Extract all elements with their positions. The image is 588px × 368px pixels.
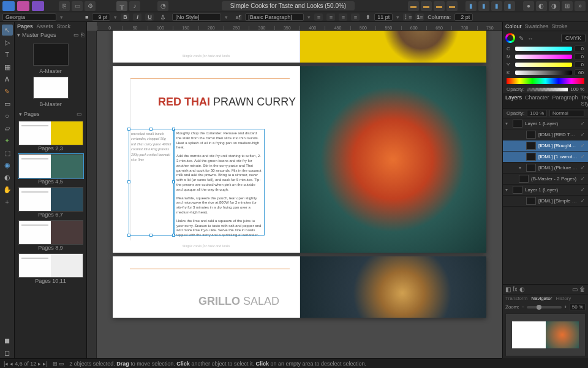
- layer-delete-button[interactable]: 🗑: [579, 286, 586, 293]
- first-page-button[interactable]: |◂: [4, 361, 8, 367]
- spread-2-3-thumb[interactable]: [18, 121, 83, 145]
- tab-swatches[interactable]: Swatches: [525, 23, 549, 29]
- view-mode-button[interactable]: ⊞ ▭: [53, 361, 65, 367]
- tab-colour[interactable]: Colour: [505, 23, 522, 29]
- snapping-button[interactable]: ⊞: [562, 1, 573, 11]
- layer-item[interactable]: [IDML] [Simple cooks for …✓: [503, 196, 588, 207]
- add-page-button[interactable]: ▭: [77, 111, 82, 117]
- tab-assets[interactable]: Assets: [37, 23, 53, 29]
- tab-history[interactable]: History: [556, 296, 571, 301]
- justify-button[interactable]: ≡: [351, 13, 360, 21]
- spread-6-7-thumb[interactable]: [18, 187, 83, 212]
- align-center-text-button[interactable]: ≡: [326, 13, 335, 21]
- layer-fx-button[interactable]: fx: [513, 286, 518, 293]
- node-tool[interactable]: ▷: [2, 37, 13, 48]
- spectrum-picker[interactable]: [507, 78, 584, 84]
- master-b-thumb[interactable]: [33, 77, 69, 99]
- tab-stroke[interactable]: Stroke: [552, 23, 568, 29]
- tab-transform[interactable]: Transform: [505, 296, 527, 301]
- layer-item[interactable]: [IDML] [1 carrot, sliced 1…✓: [503, 151, 588, 163]
- baseline-grid-button[interactable]: ┬: [116, 1, 127, 11]
- stroke-swatch[interactable]: ◻: [2, 347, 13, 358]
- spread-8-9-thumb[interactable]: [18, 220, 83, 245]
- rectangle-tool[interactable]: ▭: [2, 98, 13, 109]
- font-family-select[interactable]: [2, 13, 56, 21]
- align-center-button[interactable]: ▮: [478, 1, 489, 11]
- transparency-tool[interactable]: ◐: [2, 172, 13, 183]
- ellipse-tool[interactable]: ○: [2, 110, 13, 121]
- table-tool[interactable]: ▦: [2, 61, 13, 72]
- zoom-tool[interactable]: +: [2, 196, 13, 207]
- selection-frame-2[interactable]: [174, 129, 265, 236]
- insert-symbol-button[interactable]: ◑: [549, 1, 560, 11]
- align-right-button[interactable]: ▮: [491, 1, 502, 11]
- tab-pages[interactable]: Pages: [17, 23, 33, 29]
- opacity-slider[interactable]: [527, 88, 568, 91]
- master-a-thumb[interactable]: [33, 44, 69, 66]
- prev-page-button[interactable]: ◂: [10, 361, 13, 367]
- last-page-button[interactable]: ▸|: [43, 361, 47, 367]
- italic-button[interactable]: I: [133, 13, 141, 21]
- para-style-select[interactable]: [245, 13, 304, 21]
- place-image-tool[interactable]: ✦: [2, 135, 13, 146]
- frame-text-tool[interactable]: T: [2, 49, 13, 60]
- arrange-forward-button[interactable]: ▬: [434, 1, 445, 11]
- align-right-text-button[interactable]: ≡: [339, 13, 347, 21]
- insert-table-button[interactable]: ◐: [536, 1, 547, 11]
- picture-frame-tool[interactable]: ▱: [2, 123, 13, 134]
- zoom-in-button[interactable]: +: [564, 304, 567, 310]
- underline-button[interactable]: U: [145, 13, 154, 21]
- layer-item[interactable]: [IDML] [Roughly chop the c…✓: [503, 140, 588, 151]
- navigator-preview[interactable]: [505, 313, 586, 356]
- tab-character[interactable]: Character: [525, 94, 549, 107]
- align-top-button[interactable]: ▮: [504, 1, 515, 11]
- insert-shape-button[interactable]: ●: [523, 1, 534, 11]
- vector-crop-tool[interactable]: ⬚: [2, 147, 13, 158]
- preflight-button[interactable]: ♪: [129, 1, 140, 11]
- black-slider[interactable]: [515, 71, 572, 75]
- bullet-list-button[interactable]: ⋮≡: [403, 13, 412, 21]
- tab-stock[interactable]: Stock: [57, 23, 71, 29]
- layer-item[interactable]: (B-Master - 2 Pages)✓: [503, 174, 588, 185]
- layer-item[interactable]: ▾Layer 1 (Layer)✓: [503, 118, 588, 129]
- next-page-button[interactable]: ▸: [38, 361, 41, 367]
- persona-designer-icon[interactable]: [2, 1, 15, 11]
- preview-mode-button[interactable]: ◔: [157, 1, 168, 11]
- layer-item[interactable]: ▾Layer 1 (Layer)✓: [503, 185, 588, 196]
- artistic-text-tool[interactable]: A: [2, 74, 13, 85]
- cyan-slider[interactable]: [515, 47, 572, 51]
- fill-tool[interactable]: ◉: [2, 159, 13, 171]
- tab-navigator[interactable]: Navigator: [531, 296, 552, 301]
- spread-10-11-thumb[interactable]: [18, 253, 83, 278]
- tab-text-styles[interactable]: Text Styles: [581, 94, 588, 107]
- magenta-slider[interactable]: [515, 55, 572, 59]
- align-left-button[interactable]: ▮: [466, 1, 477, 11]
- layer-adjust-button[interactable]: ◐: [519, 286, 525, 293]
- move-tool[interactable]: ↖: [2, 25, 13, 36]
- file-open-button[interactable]: ⎘: [59, 1, 70, 11]
- number-list-button[interactable]: 1≡: [415, 13, 424, 21]
- zoom-slider[interactable]: [527, 306, 562, 309]
- arrange-back-button[interactable]: ▬: [408, 1, 419, 11]
- align-left-text-button[interactable]: ≡: [314, 13, 323, 21]
- persona-publisher-icon[interactable]: [32, 1, 44, 11]
- color-picker-tool[interactable]: ✋: [2, 184, 13, 195]
- pen-tool[interactable]: ✎: [2, 86, 13, 97]
- document-setup-button[interactable]: ▭: [72, 1, 83, 11]
- columns-input[interactable]: [454, 13, 473, 21]
- leading-input[interactable]: [374, 13, 393, 21]
- arrange-backward-button[interactable]: ▬: [421, 1, 432, 11]
- colour-mode-select[interactable]: CMYK: [561, 34, 586, 42]
- canvas[interactable]: 0501001502002503003504004505005506006507…: [87, 22, 502, 358]
- tab-layers[interactable]: Layers: [505, 94, 522, 107]
- bold-button[interactable]: B: [121, 13, 129, 21]
- selection-frame-1[interactable]: [129, 129, 174, 236]
- yellow-slider[interactable]: [515, 63, 572, 67]
- zoom-out-button[interactable]: −: [522, 304, 525, 310]
- spread-4-5-thumb[interactable]: [18, 154, 83, 178]
- blend-mode-select[interactable]: Normal: [549, 110, 584, 117]
- layer-item[interactable]: [IDML] [RED THAI PRAWN C…✓: [503, 129, 588, 140]
- colour-wheel-icon[interactable]: [505, 33, 515, 43]
- tab-paragraph[interactable]: Paragraph: [552, 94, 578, 107]
- preferences-button[interactable]: ⚙: [85, 1, 96, 11]
